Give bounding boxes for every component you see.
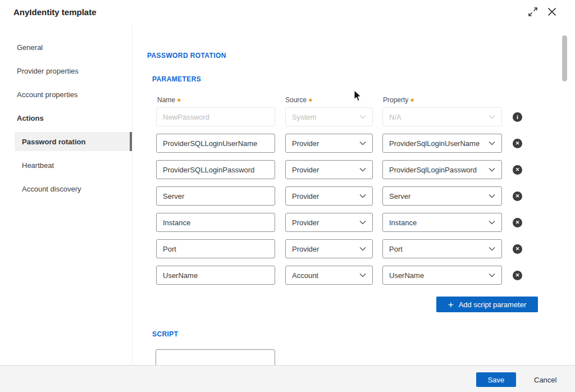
column-header-source: Source● (285, 95, 313, 104)
column-header-property: Property● (383, 95, 414, 104)
selected-property-value: UserName (389, 271, 424, 280)
selected-property-value: ProviderSqlLoginPassword (389, 166, 477, 174)
parameter-property-select[interactable]: Server (382, 186, 502, 206)
sidebar-item-label: Password rotation (22, 138, 85, 146)
content-panel: PASSWORD ROTATION PARAMETERS Name● Sourc… (133, 25, 575, 365)
chevron-down-icon (489, 167, 495, 172)
chevron-down-icon (489, 247, 495, 251)
anyidentity-template-modal: AnyIdentity template General Provider pr… (0, 0, 575, 392)
sidebar-item-provider-properties[interactable]: Provider properties (15, 61, 132, 80)
sidebar-item-label: General (17, 43, 43, 52)
parameter-source-select[interactable]: Provider (285, 239, 373, 258)
parameter-row: Provider Port ✕ (156, 239, 522, 258)
chevron-down-icon (489, 141, 495, 145)
cancel-button[interactable]: Cancel (531, 372, 560, 387)
info-icon[interactable]: i (513, 112, 522, 122)
sidebar-item-label: Heartbeat (22, 161, 54, 170)
parameter-name-input[interactable] (156, 107, 275, 126)
parameter-property-select[interactable]: UserName (382, 266, 502, 285)
plus-icon: + (448, 300, 454, 309)
parameter-property-select[interactable]: Instance (382, 213, 502, 232)
section-title-password-rotation: PASSWORD ROTATION (147, 52, 226, 60)
selected-source-value: Provider (292, 245, 319, 253)
section-title-parameters: PARAMETERS (152, 75, 201, 83)
selected-property-value: Instance (389, 218, 417, 227)
parameter-name-input[interactable] (156, 213, 275, 232)
script-input[interactable] (156, 349, 275, 365)
save-button[interactable]: Save (476, 372, 516, 387)
parameter-row: Account UserName ✕ (156, 266, 522, 285)
selected-property-value: N/A (389, 113, 401, 121)
sidebar-item-label: Actions (17, 114, 44, 122)
chevron-down-icon (359, 247, 366, 251)
selected-source-value: Provider (292, 139, 319, 148)
parameter-source-select[interactable]: Provider (285, 134, 373, 153)
selected-property-value: Port (389, 245, 403, 253)
remove-parameter-button[interactable]: ✕ (513, 218, 522, 227)
modal-footer: Save Cancel (0, 365, 575, 392)
chevron-down-icon (359, 115, 366, 119)
parameter-name-input[interactable] (156, 134, 275, 153)
parameter-row: Provider ProviderSqlLoginUserName ✕ (156, 134, 522, 153)
sidebar-item-account-discovery[interactable]: Account discovery (15, 179, 132, 198)
modal-title: AnyIdentity template (13, 0, 97, 25)
selected-source-value: Provider (292, 166, 319, 174)
parameter-name-input[interactable] (156, 160, 275, 179)
remove-parameter-button[interactable]: ✕ (513, 165, 522, 175)
selected-source-value: System (292, 113, 316, 121)
expand-button[interactable] (526, 6, 540, 19)
parameter-source-select[interactable]: Provider (285, 213, 373, 232)
parameter-source-select[interactable]: Provider (285, 186, 373, 206)
section-title-script: SCRIPT (152, 330, 178, 338)
parameter-property-select[interactable]: N/A (382, 107, 502, 126)
selected-source-value: Account (292, 271, 318, 280)
selected-source-value: Provider (292, 218, 319, 227)
chevron-down-icon (489, 220, 495, 225)
selected-property-value: ProviderSqlLoginUserName (389, 139, 480, 148)
scrollbar-thumb[interactable] (562, 35, 567, 81)
sidebar-item-label: Account properties (17, 90, 77, 99)
selected-property-value: Server (389, 192, 410, 200)
sidebar-item-label: Account discovery (22, 185, 81, 193)
chevron-down-icon (359, 220, 366, 225)
selected-source-value: Provider (292, 192, 319, 200)
parameter-source-select[interactable]: System (285, 107, 373, 126)
parameter-row: System N/A i (156, 107, 522, 126)
mouse-cursor (354, 90, 362, 102)
remove-parameter-button[interactable]: ✕ (513, 244, 522, 254)
chevron-down-icon (359, 167, 366, 172)
remove-parameter-button[interactable]: ✕ (513, 192, 522, 201)
sidebar-item-general[interactable]: General (15, 38, 132, 57)
chevron-down-icon (359, 273, 366, 277)
chevron-down-icon (489, 273, 495, 277)
parameter-property-select[interactable]: Port (382, 239, 502, 258)
parameter-row: Provider ProviderSqlLoginPassword ✕ (156, 160, 522, 179)
parameter-name-input[interactable] (156, 266, 275, 285)
sidebar-item-password-rotation[interactable]: Password rotation (15, 132, 132, 151)
remove-parameter-button[interactable]: ✕ (513, 271, 522, 280)
expand-icon (527, 6, 539, 17)
sidebar-item-account-properties[interactable]: Account properties (15, 85, 132, 104)
add-script-parameter-button[interactable]: + Add script parameter (436, 297, 538, 312)
modal-header: AnyIdentity template (0, 0, 575, 25)
required-dot: ● (177, 95, 181, 104)
column-header-name: Name● (157, 95, 181, 104)
parameter-property-select[interactable]: ProviderSqlLoginPassword (382, 160, 502, 179)
parameter-name-input[interactable] (156, 186, 275, 206)
sidebar: General Provider properties Account prop… (0, 25, 133, 365)
parameter-source-select[interactable]: Provider (285, 160, 373, 179)
parameter-row: Provider Instance ✕ (156, 213, 522, 232)
chevron-down-icon (489, 115, 495, 119)
parameter-property-select[interactable]: ProviderSqlLoginUserName (382, 134, 502, 153)
parameter-source-select[interactable]: Account (285, 266, 373, 285)
required-dot: ● (410, 95, 414, 104)
parameter-name-input[interactable] (156, 239, 275, 258)
chevron-down-icon (359, 141, 366, 145)
chevron-down-icon (359, 194, 366, 198)
remove-parameter-button[interactable]: ✕ (513, 139, 522, 148)
chevron-down-icon (489, 194, 495, 198)
close-button[interactable] (545, 6, 559, 19)
parameter-row: Provider Server ✕ (156, 186, 522, 206)
sidebar-item-heartbeat[interactable]: Heartbeat (15, 156, 132, 175)
sidebar-item-actions[interactable]: Actions (15, 108, 132, 127)
